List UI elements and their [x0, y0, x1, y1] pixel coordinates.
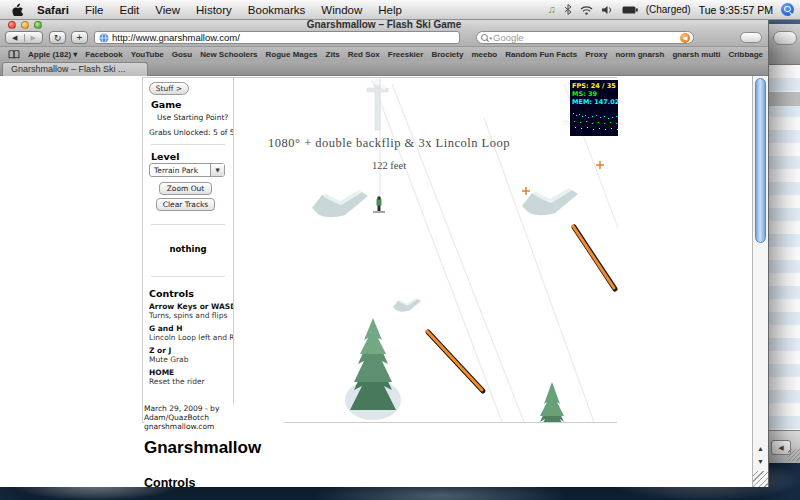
- background-window-resize-grip[interactable]: [788, 449, 800, 461]
- bookmark-item[interactable]: YouTube: [131, 50, 164, 59]
- bookmark-item[interactable]: Random Fun Facts: [505, 50, 577, 59]
- divider: [151, 144, 225, 145]
- battery-icon[interactable]: [622, 6, 638, 14]
- window-resize-grip[interactable]: [753, 471, 768, 487]
- bookmark-item[interactable]: Brociety: [431, 50, 463, 59]
- wifi-icon[interactable]: [580, 5, 593, 15]
- game-footer-credit: March 29, 2009 - by Adam/QuazBotch: [144, 404, 284, 422]
- jump-kicker: [312, 190, 368, 217]
- game-footer-site: gnarshmallow.com: [144, 422, 284, 431]
- apple-menu[interactable]: [12, 3, 23, 16]
- close-button[interactable]: [8, 21, 16, 29]
- menu-history[interactable]: History: [196, 4, 232, 16]
- divider: [151, 276, 225, 277]
- search-field[interactable]: ▾ ◀: [476, 31, 694, 44]
- stats-graph: [572, 107, 618, 133]
- zoom-button[interactable]: [34, 21, 42, 29]
- scrollbar-thumb[interactable]: [755, 78, 766, 243]
- reload-button[interactable]: ↻: [49, 31, 66, 44]
- itunes-status-icon[interactable]: ♫: [547, 4, 555, 15]
- menu-clock[interactable]: Tue 9:35:57 PM: [699, 4, 773, 16]
- grabs-unlocked-label: Grabs Unlocked:: [149, 128, 211, 137]
- jump-kicker: [522, 188, 578, 215]
- desktop: ◀ Gnarshmallow – Flash Ski Game ◀ ▶ ↻ +: [0, 0, 800, 500]
- bookmarks-bar: Apple (182) ▾ Facebook YouTube Gosu New …: [0, 46, 768, 61]
- safari-window: Gnarshmallow – Flash Ski Game ◀ ▶ ↻ + ht: [0, 19, 769, 487]
- fps-stats-panel: FPS: 24 / 35 MS: 39 MEM: 147.02: [570, 80, 618, 136]
- chevron-down-icon[interactable]: ▼: [210, 164, 224, 176]
- bookmark-item[interactable]: gnarsh multi: [672, 50, 720, 59]
- address-bar[interactable]: http://www.gnarshmallow.com/: [94, 31, 460, 44]
- game-widget: Stuff > Game Use Starting Point? ✓ Grabs…: [142, 77, 617, 423]
- back-button[interactable]: ◀: [6, 34, 25, 42]
- scroll-up-button[interactable]: ▲: [753, 442, 768, 455]
- snapback-icon[interactable]: ◀: [680, 33, 690, 43]
- tab-gnarshmallow[interactable]: Gnarshmallow – Flash Ski ...: [2, 62, 148, 76]
- game-footer: March 29, 2009 - by Adam/QuazBotch gnars…: [144, 404, 284, 431]
- menu-safari[interactable]: Safari: [37, 4, 69, 16]
- background-window[interactable]: ◀: [768, 24, 800, 462]
- menu-bookmarks[interactable]: Bookmarks: [248, 4, 306, 16]
- menu-file[interactable]: File: [85, 4, 104, 16]
- background-window-list: [769, 65, 800, 430]
- menu-view[interactable]: View: [155, 4, 180, 16]
- search-magnifier-icon[interactable]: ▾: [480, 33, 490, 43]
- stats-mem: MEM: 147.02: [572, 98, 618, 106]
- bookmark-item[interactable]: Gosu: [172, 50, 192, 59]
- stats-fps: FPS: 24 / 35: [572, 82, 618, 90]
- bookmark-item[interactable]: norm gnarsh: [615, 50, 664, 59]
- spotlight-icon[interactable]: [781, 3, 794, 16]
- report-bug-button[interactable]: [740, 32, 762, 43]
- menu-window[interactable]: Window: [321, 4, 362, 16]
- url-text: http://www.gnarshmallow.com/: [112, 32, 240, 43]
- game-canvas[interactable]: 1080° + double backflip & 3x Lincoln Loo…: [233, 78, 618, 422]
- level-select[interactable]: Terrain Park ▼: [149, 163, 225, 177]
- add-bookmark-button[interactable]: +: [71, 31, 88, 44]
- game-scene: [234, 78, 618, 422]
- clear-tracks-button[interactable]: Clear Tracks: [156, 198, 215, 211]
- vertical-scrollbar[interactable]: ▲ ▼: [752, 76, 768, 487]
- background-window-button[interactable]: [773, 31, 797, 45]
- bookmark-item[interactable]: Cribbage: [728, 50, 763, 59]
- jump-kicker-small: [393, 298, 421, 312]
- window-titlebar[interactable]: Gnarshmallow – Flash Ski Game: [0, 19, 768, 30]
- minimize-button[interactable]: [21, 21, 29, 29]
- menu-help[interactable]: Help: [378, 4, 402, 16]
- rail: [573, 226, 615, 289]
- bluetooth-icon[interactable]: [564, 4, 572, 15]
- tab-bar: Gnarshmallow – Flash Ski ...: [0, 61, 768, 76]
- page-title: Gnarshmallow: [144, 438, 261, 458]
- bookmark-item[interactable]: Zits: [326, 50, 340, 59]
- grabs-unlocked-value: 5 of 5: [213, 128, 235, 137]
- bookmarks-book-icon[interactable]: [8, 50, 20, 59]
- scroll-down-button[interactable]: ▼: [753, 455, 768, 468]
- battery-status-label: (Charged): [646, 4, 691, 15]
- trick-distance: 122 feet: [234, 160, 544, 171]
- bookmark-item[interactable]: Freeskier: [388, 50, 424, 59]
- background-window-toolbar: [769, 24, 800, 65]
- bookmark-item[interactable]: Rogue Mages: [266, 50, 318, 59]
- volume-icon[interactable]: [601, 5, 614, 15]
- bookmark-item[interactable]: Facebook: [85, 50, 122, 59]
- bookmark-item[interactable]: meebo: [471, 50, 497, 59]
- bookmark-item[interactable]: Proxy: [585, 50, 607, 59]
- divider: [151, 224, 225, 225]
- browser-toolbar: ◀ ▶ ↻ + http://www.gnarshmallow.com/ ▾ ◀: [0, 30, 768, 46]
- background-window-selected-row: [769, 92, 800, 106]
- current-grab-label: nothing: [143, 244, 233, 254]
- skier: [373, 196, 385, 212]
- page-controls-heading: Controls: [144, 476, 195, 490]
- zoom-out-button[interactable]: Zoom Out: [159, 182, 212, 195]
- forward-button[interactable]: ▶: [25, 34, 43, 42]
- stuff-button[interactable]: Stuff >: [149, 82, 189, 95]
- pine-tree-small: [535, 382, 569, 422]
- bookmark-item[interactable]: New Schoolers: [200, 50, 257, 59]
- starting-point-label: Use Starting Point?: [157, 113, 228, 122]
- bookmark-apple-menu[interactable]: Apple (182) ▾: [28, 50, 77, 59]
- trick-title: 1080° + double backflip & 3x Lincoln Loo…: [234, 136, 544, 151]
- menu-bar: Safari File Edit View History Bookmarks …: [0, 0, 800, 20]
- bookmark-item[interactable]: Red Sox: [348, 50, 380, 59]
- menu-edit[interactable]: Edit: [120, 4, 140, 16]
- level-section-heading: Level: [151, 151, 179, 162]
- search-input[interactable]: [493, 32, 677, 43]
